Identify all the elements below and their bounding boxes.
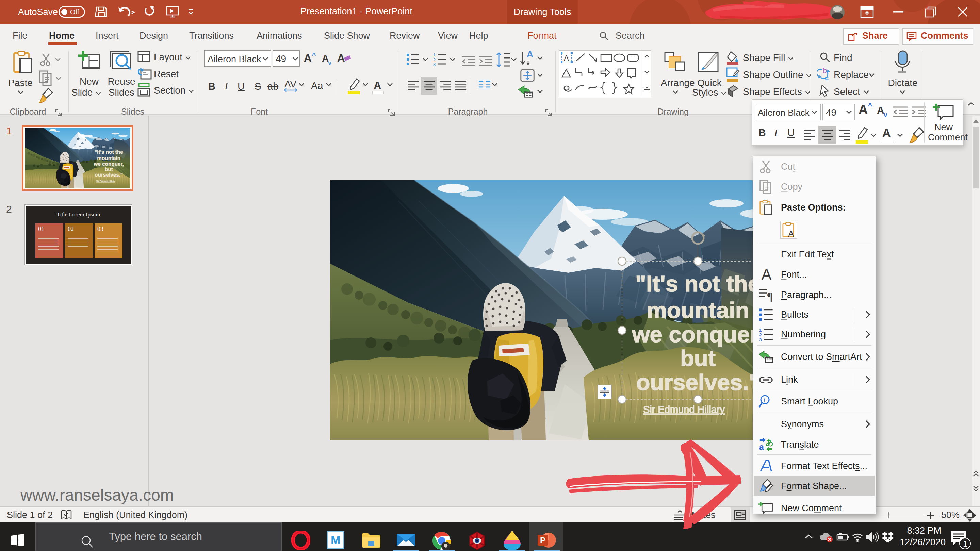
svg-text:A: A — [564, 54, 569, 62]
svg-text:1: 1 — [963, 539, 967, 548]
svg-text:P: P — [540, 536, 546, 545]
svg-text:2: 2 — [433, 57, 436, 62]
svg-text:3: 3 — [759, 337, 762, 341]
svg-text:あ: あ — [765, 437, 773, 446]
svg-text:1: 1 — [759, 327, 762, 332]
svg-text:3: 3 — [433, 62, 436, 66]
svg-text:i: i — [764, 397, 765, 403]
svg-text:A: A — [788, 229, 794, 238]
svg-text:1: 1 — [433, 52, 436, 57]
svg-text:Off: Off — [70, 8, 79, 16]
svg-text:¶: ¶ — [767, 290, 773, 302]
svg-text:2: 2 — [759, 332, 762, 337]
svg-text:A: A — [527, 51, 533, 59]
svg-text:A: A — [762, 267, 772, 282]
